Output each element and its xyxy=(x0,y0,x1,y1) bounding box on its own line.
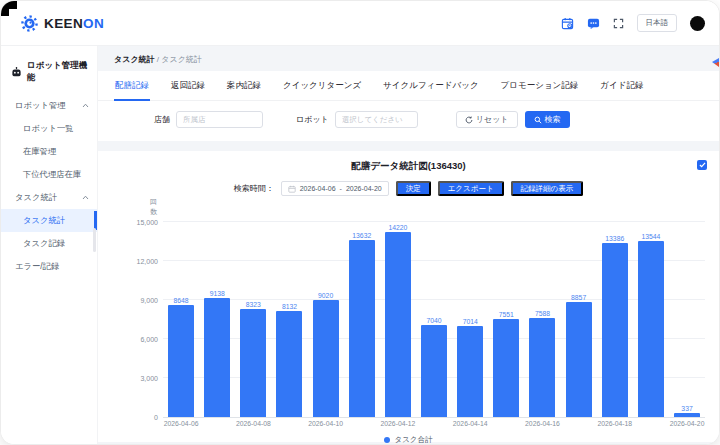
bar[interactable] xyxy=(529,318,555,417)
reset-icon xyxy=(465,116,473,124)
bar-column: 70142026-04-14 xyxy=(452,222,488,417)
store-label: 店舗 xyxy=(154,114,170,125)
main-content: タスク統計 / タスク統計 配膳記録 返回記録 案内記録 クイックリターンズ サ… xyxy=(98,46,719,444)
sidebar-scrollbar[interactable] xyxy=(93,228,96,252)
tab-serving-records[interactable]: 配膳記録 xyxy=(114,77,150,101)
confirm-button[interactable]: 決定 xyxy=(396,181,431,196)
bar[interactable] xyxy=(566,302,592,417)
message-icon[interactable] xyxy=(587,17,600,30)
plot-area: 回数 03,0006,0009,00012,00015,00086482026-… xyxy=(163,222,705,418)
bar[interactable] xyxy=(276,311,302,417)
search-button[interactable]: 検索 xyxy=(525,111,570,128)
bar-value-label: 8132 xyxy=(282,303,297,310)
top-bar-actions: 日本語 xyxy=(561,14,706,32)
keenon-logo: KEENON xyxy=(21,15,104,32)
sidebar-group-robot-management[interactable]: ロボット管理 xyxy=(1,94,97,117)
sidebar-item-task-records[interactable]: タスク記録 xyxy=(1,232,97,255)
bar[interactable] xyxy=(385,232,411,417)
language-button[interactable]: 日本語 xyxy=(637,14,678,32)
tab-guide-records[interactable]: ガイド記録 xyxy=(599,77,644,100)
brand-text: KEENON xyxy=(44,16,104,31)
bar-value-label: 337 xyxy=(681,405,692,412)
sidebar-item-task-stats[interactable]: タスク統計 xyxy=(1,209,97,232)
bar[interactable] xyxy=(602,243,628,417)
bar-series: 86482026-04-06913883232026-04-0881329020… xyxy=(163,222,705,417)
bar[interactable] xyxy=(421,325,447,417)
fullscreen-icon[interactable] xyxy=(613,18,624,29)
tab-bar: 配膳記録 返回記録 案内記録 クイックリターンズ サイクルフィードバック プロモ… xyxy=(98,71,719,101)
sidebar-group-task-stats[interactable]: タスク統計 xyxy=(1,186,97,209)
keenon-gear-icon xyxy=(21,15,38,32)
date-range-picker[interactable]: 2026-04-06 - 2026-04-20 xyxy=(281,181,389,196)
robot-label: ロボット xyxy=(296,114,329,125)
y-tick-label: 9,000 xyxy=(140,297,158,304)
bar-column: 7040 xyxy=(416,222,452,417)
robot-icon xyxy=(11,67,22,78)
x-tick-label: 2026-04-14 xyxy=(434,420,506,427)
bar-column: 13544 xyxy=(633,222,669,417)
y-tick-label: 6,000 xyxy=(140,336,158,343)
bar[interactable] xyxy=(349,240,375,417)
chevron-up-icon xyxy=(82,103,89,108)
bar-value-label: 8648 xyxy=(174,297,189,304)
chart-title: 配膳データ統計図(136430) xyxy=(98,160,719,173)
bar[interactable] xyxy=(493,319,519,417)
chart-card: 配膳データ統計図(136430) 検索時間： 2026-04-06 - 2026… xyxy=(98,151,719,442)
tab-quick-returns[interactable]: クイックリターンズ xyxy=(282,77,362,100)
record-detail-button[interactable]: 記録詳細の表示 xyxy=(511,181,584,196)
bar[interactable] xyxy=(638,241,664,417)
bar[interactable] xyxy=(240,309,266,417)
chevron-up-icon xyxy=(82,195,89,200)
bar-column: 133862026-04-18 xyxy=(597,222,633,417)
robot-select[interactable] xyxy=(335,111,418,128)
date-separator: - xyxy=(340,185,342,192)
reset-button[interactable]: リセット xyxy=(456,111,518,128)
chart-controls: 検索時間： 2026-04-06 - 2026-04-20 決定 エクスポート … xyxy=(98,181,719,196)
x-tick-label: 2026-04-12 xyxy=(362,420,434,427)
y-tick-label: 12,000 xyxy=(137,258,158,265)
bar[interactable] xyxy=(168,305,194,417)
x-tick-label: 2026-04-18 xyxy=(579,420,651,427)
calendar-check-icon[interactable] xyxy=(561,17,574,30)
tabs-block: 配膳記録 返回記録 案内記録 クイックリターンズ サイクルフィードバック プロモ… xyxy=(98,71,719,141)
bar-column: 8857 xyxy=(561,222,597,417)
x-tick-label: 2026-04-06 xyxy=(145,420,217,427)
x-tick-label: 2026-04-08 xyxy=(217,420,289,427)
screenshot-corner-artifact xyxy=(1,1,17,9)
chart-legend[interactable]: タスク合計 xyxy=(98,435,719,444)
sidebar-item-robot-list[interactable]: ロボット一覧 xyxy=(1,117,97,140)
sidebar-item-inventory[interactable]: 在庫管理 xyxy=(1,140,97,163)
bar-value-label: 7551 xyxy=(499,311,514,318)
tab-guidance-records[interactable]: 案内記録 xyxy=(226,77,262,100)
bar-column: 3372026-04-20 xyxy=(669,222,705,417)
user-avatar[interactable] xyxy=(690,16,705,31)
date-start: 2026-04-06 xyxy=(300,185,336,192)
bar-value-label: 13632 xyxy=(352,232,371,239)
tab-return-records[interactable]: 返回記録 xyxy=(170,77,206,100)
bar-value-label: 13386 xyxy=(605,235,624,242)
y-tick-label: 15,000 xyxy=(137,219,158,226)
sidebar-item-subagent-inventory[interactable]: 下位代理店在庫 xyxy=(1,163,97,186)
bar[interactable] xyxy=(204,298,230,417)
chart-select-checkbox[interactable] xyxy=(697,160,707,170)
date-end: 2026-04-20 xyxy=(346,185,382,192)
sidebar-item-error-records[interactable]: エラー/記録 xyxy=(1,255,97,278)
y-tick-label: 3,000 xyxy=(140,375,158,382)
tab-promotion-records[interactable]: プロモーション記録 xyxy=(500,77,580,100)
bar[interactable] xyxy=(313,300,339,417)
store-input[interactable] xyxy=(176,111,263,128)
screenshot-corner-artifact xyxy=(1,9,9,16)
bar[interactable] xyxy=(457,326,483,417)
tab-cycle-feedback[interactable]: サイクルフィードバック xyxy=(382,77,480,100)
bar-column: 13632 xyxy=(344,222,380,417)
export-button[interactable]: エクスポート xyxy=(438,181,504,196)
bar[interactable] xyxy=(674,413,700,417)
bar-value-label: 14220 xyxy=(388,224,407,231)
bar-column: 7551 xyxy=(488,222,524,417)
bar-column: 75882026-04-16 xyxy=(524,222,560,417)
y-axis-unit: 回数 xyxy=(150,197,157,217)
bar-value-label: 9020 xyxy=(318,292,333,299)
x-tick-label: 2026-04-10 xyxy=(290,420,362,427)
app-window: KEENON xyxy=(0,0,720,445)
sidebar: ロボット管理機能 ロボット管理 ロボット一覧 在庫管理 下位代理店在庫 タスク統… xyxy=(1,46,98,444)
